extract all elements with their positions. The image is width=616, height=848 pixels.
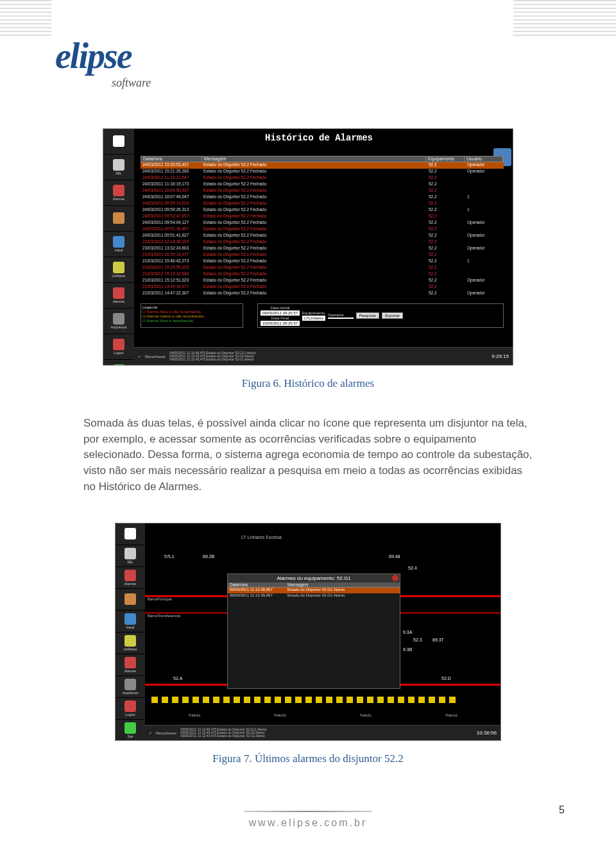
breaker-icon[interactable] <box>162 697 168 703</box>
alarm-row[interactable]: 24/03/2011 15:20:53,437Estado do Disjunt… <box>141 162 504 169</box>
sidebar-item-exit-icon[interactable]: Sair <box>103 360 134 366</box>
reading-8948: 89.48 <box>389 554 400 559</box>
reading-52a: 52.A <box>173 676 182 681</box>
alarm-row[interactable]: 24/03/2011 09:59:26,313Estado do Disjunt… <box>141 207 504 214</box>
sidebar-item-home-icon[interactable]: Inicial <box>103 232 134 257</box>
sidebar-item-sel-icon[interactable]: SEL <box>116 545 145 567</box>
sidebar-item-unifilares-icon[interactable]: Unifilares <box>103 257 134 283</box>
alarms2-icon <box>124 657 136 668</box>
breaker-icon[interactable] <box>316 697 322 703</box>
sidebar-label: Logout <box>125 713 135 717</box>
alarm-row[interactable]: 24/03/2011 15:21:29,280Estado do Disjunt… <box>141 169 504 175</box>
breaker-icon[interactable] <box>346 697 353 703</box>
date-final-input[interactable]: 10/05/2011 09:25:57 <box>261 321 300 326</box>
close-icon[interactable] <box>392 575 398 581</box>
breaker-icon[interactable] <box>275 697 281 703</box>
breaker-icon[interactable] <box>213 697 219 703</box>
alarm-row[interactable]: 24/03/2011 10:04:50,437Estado do Disjunt… <box>141 188 504 194</box>
ack-button[interactable]: Reconhecer <box>145 355 166 359</box>
alarm-row[interactable]: 21/03/2011 14:44:34,977Estado do Disjunt… <box>141 284 504 291</box>
equipment-select[interactable]: LTLinhares <box>302 316 325 321</box>
alarm-row[interactable]: 24/03/2011 09:51:30,467Estado do Disjunt… <box>141 226 504 233</box>
breaker-icon[interactable] <box>367 697 373 703</box>
breaker-icon[interactable] <box>234 697 240 703</box>
alarm-row[interactable]: 24/03/2011 09:51:41,627Estado do Disjunt… <box>141 233 504 239</box>
breaker-icon[interactable] <box>429 697 435 703</box>
sidebar-item-logo[interactable] <box>103 129 134 155</box>
sidebar-label: Inicial <box>126 625 135 629</box>
sidebar-item-users-icon[interactable] <box>116 589 145 611</box>
search-button[interactable]: Pesquisar <box>356 312 380 319</box>
alarm-row[interactable]: 21/03/2011 15:46:42,273Estado do Disjunt… <box>141 259 504 265</box>
breaker-icon[interactable] <box>377 697 384 703</box>
sidebar-item-alarms-icon[interactable]: Alarmes <box>103 180 134 206</box>
breaker-icon[interactable] <box>182 697 189 703</box>
home-icon <box>113 236 124 248</box>
alarm-row[interactable]: 24/03/2011 09:53:47,657Estado do Disjunt… <box>141 214 504 220</box>
breaker-icon[interactable] <box>203 697 209 703</box>
sidebar-item-sel-icon[interactable]: SEL <box>103 155 134 180</box>
breaker-icon[interactable] <box>295 697 302 703</box>
alarm-row[interactable]: 24/03/2011 09:59:14,610Estado do Disjunt… <box>141 201 504 207</box>
alarm-row[interactable]: 24/03/2011 09:54:04,127Estado do Disjunt… <box>141 220 504 226</box>
breaker-icon[interactable] <box>357 697 363 703</box>
breaker-icon[interactable] <box>398 697 404 703</box>
sidebar-item-arch-icon[interactable]: Arquitetura <box>116 676 145 698</box>
breaker-icon[interactable] <box>388 697 394 703</box>
sidebar-item-exit-icon[interactable]: Sair <box>116 720 145 741</box>
breaker-icon[interactable] <box>326 697 332 703</box>
trafo-labels: Trafo1aTrafo1bTrafo1cTrafo1d <box>151 713 494 717</box>
clock: 9:29:15 <box>492 353 509 359</box>
breaker-icon[interactable] <box>408 697 415 703</box>
figure-7-screenshot: SELAlarmesInicialUnifilaresAlarmesArquit… <box>115 523 501 741</box>
reading-93b: 9.3B <box>403 647 412 652</box>
sidebar-item-arch-icon[interactable]: Arquitetura <box>103 309 134 334</box>
sidebar-label: Arquitetura <box>123 691 138 695</box>
alarm-row[interactable]: 23/03/2011 12:14:36,193Estado do Disjunt… <box>141 239 504 246</box>
alarm-row[interactable]: 24/03/2011 11:16:19,173Estado do Disjunt… <box>141 182 504 188</box>
breaker-icon[interactable] <box>151 697 158 703</box>
sidebar-item-home-icon[interactable]: Inicial <box>116 611 145 632</box>
alarm-row[interactable]: 21/03/2011 15:12:51,023Estado do Disjunt… <box>141 278 504 284</box>
popup-row[interactable]: 09/05/2011 11:12:39,897Estado do Disjunt… <box>228 593 400 599</box>
breaker-icon[interactable] <box>244 697 250 703</box>
brand-logo: elipse software <box>55 35 151 90</box>
breaker-icon[interactable] <box>418 697 425 703</box>
breaker-icon[interactable] <box>223 697 230 703</box>
logo <box>124 528 136 539</box>
alarm-row[interactable]: 24/03/2011 11:16:21,547Estado do Disjunt… <box>141 175 504 182</box>
breaker-icon[interactable] <box>264 697 271 703</box>
breaker-icon[interactable] <box>193 697 199 703</box>
alarm-row[interactable]: 23/03/2011 13:32:24,603Estado do Disjunt… <box>141 246 504 252</box>
alarm-row[interactable]: 21/03/2011 14:47:22,307Estado do Disjunt… <box>141 291 504 297</box>
sidebar-item-unifilares-icon[interactable]: Unifilares <box>116 632 145 654</box>
sidebar-item-users-icon[interactable] <box>103 206 134 232</box>
sidebar-item-alarms2-icon[interactable]: Alarmes <box>103 283 134 309</box>
sidebar-item-logout-icon[interactable]: Logout <box>116 698 145 720</box>
sidebar-label: Alarmes <box>113 197 124 201</box>
sidebar-item-alarms2-icon[interactable]: Alarmes <box>116 654 145 676</box>
breaker-icon[interactable] <box>254 697 261 703</box>
breaker-icon[interactable] <box>285 697 291 703</box>
sidebar-item-logout-icon[interactable]: Logout <box>103 334 134 360</box>
ack-button[interactable]: Reconhecer <box>156 731 176 735</box>
alarm-row[interactable]: 21/03/2011 15:13:32,680Estado do Disjunt… <box>141 271 504 278</box>
breaker-icon[interactable] <box>172 697 178 703</box>
breaker-icon[interactable] <box>336 697 343 703</box>
popup-row[interactable]: 09/05/2011 11:12:38,897Estado do Disjunt… <box>228 588 400 593</box>
breaker-icon[interactable] <box>305 697 312 703</box>
sidebar-item-logo[interactable] <box>116 523 145 545</box>
sidebar-item-alarms-icon[interactable]: Alarmes <box>116 567 145 589</box>
export-button[interactable]: Exportar <box>382 312 403 319</box>
breaker-icon[interactable] <box>449 697 456 703</box>
alarm-row[interactable]: 21/03/2011 15:29:55,023Estado do Disjunt… <box>141 265 504 271</box>
alarm-row[interactable]: 24/03/2011 10:07:49,047Estado do Disjunt… <box>141 194 504 201</box>
reading-57l1: 57L1 <box>164 554 175 559</box>
figure-6-screenshot: SELAlarmesInicialUnifilaresAlarmesArquit… <box>103 128 513 366</box>
operator-select[interactable] <box>328 318 354 319</box>
date-initial-input[interactable]: 09/05/2011 09:25:57 <box>261 310 300 316</box>
alarm-row[interactable]: 21/03/2011 16:39:18,477Estado do Disjunt… <box>141 252 504 259</box>
alarm-table-header: DataHora Mensagem Equipamento Usuário <box>141 156 504 162</box>
sidebar-label: Alarmes <box>124 582 136 586</box>
breaker-icon[interactable] <box>439 697 445 703</box>
